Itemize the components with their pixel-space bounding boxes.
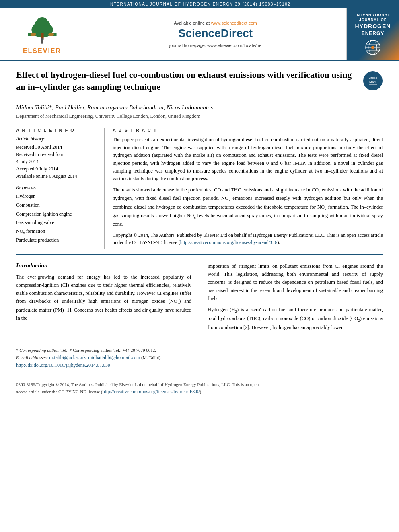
journal-logo-line1: International Journal of <box>350 12 396 23</box>
accepted-date: Accepted 9 July 2014 <box>16 165 96 173</box>
svg-rect-4 <box>41 33 43 38</box>
email-line: E-mail addresses: m.talibi@ucl.ac.uk, mi… <box>16 354 383 362</box>
keyword-particulate: Particulate production <box>16 236 96 245</box>
article-history-label: Article history: <box>16 136 96 142</box>
svg-text:Mark: Mark <box>369 80 377 84</box>
elsevier-tree-icon <box>22 14 62 46</box>
introduction-section: Introduction The ever-growing demand for… <box>0 255 399 342</box>
abstract-paragraph-1: The paper presents an experimental inves… <box>113 136 383 183</box>
elsevier-brand-text: ELSEVIER <box>23 47 61 55</box>
abstract-text: The paper presents an experimental inves… <box>113 136 383 246</box>
keyword-nox: NOx formation <box>16 227 96 236</box>
sciencedirect-brand: ScienceDirect <box>178 27 253 40</box>
intro-paragraph-1: The ever-growing demand for energy has l… <box>16 273 191 322</box>
keyword-gas-sampling: Gas sampling valve <box>16 218 96 227</box>
article-info-abstract: A R T I C L E I N F O Article history: R… <box>0 123 399 254</box>
svg-point-5 <box>30 33 36 36</box>
footnote-text: * Corresponding author. Tel.: * Correspo… <box>16 347 383 370</box>
journal-logo-line2: HYDROGEN <box>350 23 396 31</box>
introduction-right-column: imposition of stringent limits on pollut… <box>204 262 383 335</box>
article-title-section: Effect of hydrogen-diesel fuel co-combus… <box>0 61 399 99</box>
email-suffix: (M. Talibi). <box>141 355 162 360</box>
svg-point-7 <box>41 38 43 41</box>
article-title: Effect of hydrogen-diesel fuel co-combus… <box>16 69 355 92</box>
introduction-left-column: Introduction The ever-growing demand for… <box>16 262 195 335</box>
svg-point-3 <box>37 17 47 25</box>
keyword-combustion: Combustion <box>16 201 96 210</box>
affiliation-text: Department of Mechanical Engineering, Un… <box>16 113 383 119</box>
footnote-star-line: * Corresponding author. Tel.: * Correspo… <box>16 347 383 354</box>
introduction-body-right: imposition of stringent limits on pollut… <box>208 262 383 331</box>
keywords-list: Hydrogen Combustion Compression ignition… <box>16 192 96 245</box>
introduction-body-left: The ever-growing demand for energy has l… <box>16 273 191 322</box>
elsevier-logo: ELSEVIER <box>22 14 62 55</box>
abstract-copyright: Copyright © 2014, The Authors. Published… <box>113 232 383 246</box>
keyword-compression: Compression ignition engine <box>16 210 96 219</box>
introduction-title: Introduction <box>16 262 191 269</box>
elsevier-logo-section: ELSEVIER <box>0 8 84 60</box>
footer-bottom-line2: access article under the CC BY-NC-ND lic… <box>16 388 383 396</box>
journal-header: ELSEVIER Available online at www.science… <box>0 8 399 61</box>
brand-science: Science <box>178 27 221 39</box>
svg-point-14 <box>371 46 374 49</box>
sd-link[interactable]: www.sciencedirect.com <box>211 21 257 25</box>
banner-text: INTERNATIONAL JOURNAL OF HYDROGEN ENERGY… <box>109 2 291 6</box>
footer-bottom: 0360-3199/Copyright © 2014, The Authors.… <box>16 378 383 399</box>
email-2[interactable]: midhattalibi@hotmail.com <box>88 355 140 360</box>
authors-section: Midhat Talibi*, Paul Hellier, Ramanaraya… <box>0 99 399 123</box>
svg-rect-8 <box>41 41 43 43</box>
journal-logo-line3: ENERGY <box>350 30 396 37</box>
journal-banner: INTERNATIONAL JOURNAL OF HYDROGEN ENERGY… <box>0 0 399 8</box>
intro-paragraph-3: Hydrogen (H2) is a 'zero' carbon fuel an… <box>208 306 383 331</box>
available-online-text: Available online at www.sciencedirect.co… <box>174 21 257 25</box>
brand-direct: Direct <box>221 27 253 39</box>
keywords-label: Keywords: <box>16 185 96 191</box>
abstract-heading: A B S T R A C T <box>113 128 383 133</box>
journal-logo-text: International Journal of HYDROGEN ENERGY <box>350 12 396 37</box>
footnote-section: * Corresponding author. Tel.: * Correspo… <box>16 342 383 374</box>
footer-bottom-line1: 0360-3199/Copyright © 2014, The Authors.… <box>16 381 383 388</box>
article-info-heading: A R T I C L E I N F O <box>16 128 96 133</box>
doi-line: http://dx.doi.org/10.1016/j.ijhydene.201… <box>16 362 383 369</box>
crossmark-badge-icon[interactable]: Cross Mark <box>363 71 383 91</box>
email-1[interactable]: m.talibi@ucl.ac.uk <box>49 355 86 360</box>
intro-paragraph-2: imposition of stringent limits on pollut… <box>208 262 383 302</box>
abstract-paragraph-2: The results showed a decrease in the par… <box>113 186 383 228</box>
sciencedirect-section: Available online at www.sciencedirect.co… <box>84 8 347 60</box>
copyright-link[interactable]: http://creativecommons.org/licenses/by-n… <box>180 240 278 245</box>
journal-globe-icon <box>365 39 381 55</box>
keyword-hydrogen: Hydrogen <box>16 192 96 201</box>
abstract-column: A B S T R A C T The paper presents an ex… <box>113 128 383 249</box>
phone-number: * Corresponding author. Tel.: +44 20 767… <box>70 348 156 353</box>
svg-point-6 <box>48 33 54 36</box>
received-revised-label: Received in revised form <box>16 151 96 158</box>
journal-logo-section: International Journal of HYDROGEN ENERGY <box>347 8 399 60</box>
journal-homepage-text: journal homepage: www.elsevier.com/locat… <box>169 43 261 48</box>
authors-text: Midhat Talibi*, Paul Hellier, Ramanaraya… <box>16 104 383 111</box>
corresponding-author-label: Corresponding author. <box>19 348 60 353</box>
doi-link[interactable]: http://dx.doi.org/10.1016/j.ijhydene.201… <box>16 362 110 368</box>
email-label: E-mail addresses: <box>16 355 49 360</box>
available-date: Available online 6 August 2014 <box>16 173 96 180</box>
article-info-column: A R T I C L E I N F O Article history: R… <box>16 128 105 249</box>
received-date-2: 4 July 2014 <box>16 158 96 165</box>
received-date-1: Received 30 April 2014 <box>16 144 96 151</box>
footer-license-link[interactable]: http://creativecommons.org/licenses/by-n… <box>103 389 200 394</box>
svg-text:Cross: Cross <box>369 76 377 80</box>
